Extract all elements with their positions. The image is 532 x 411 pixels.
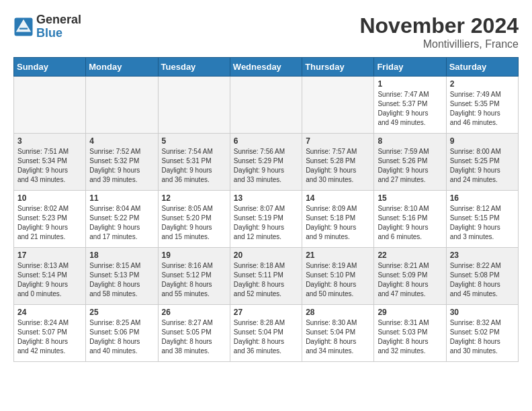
calendar-cell: 5Sunrise: 7:54 AM Sunset: 5:31 PM Daylig… [158, 134, 230, 191]
day-info: Sunrise: 8:10 AM Sunset: 5:16 PM Dayligh… [378, 204, 442, 242]
calendar-row: 1Sunrise: 7:47 AM Sunset: 5:37 PM Daylig… [14, 77, 519, 134]
day-info: Sunrise: 8:12 AM Sunset: 5:15 PM Dayligh… [450, 204, 515, 242]
day-number: 14 [306, 193, 370, 203]
calendar-cell: 28Sunrise: 8:30 AM Sunset: 5:04 PM Dayli… [302, 305, 374, 362]
day-info: Sunrise: 8:05 AM Sunset: 5:20 PM Dayligh… [162, 204, 226, 242]
day-number: 7 [306, 136, 370, 146]
day-number: 15 [378, 193, 442, 203]
day-number: 26 [162, 308, 226, 317]
weekday-header-saturday: Saturday [446, 58, 518, 77]
calendar-cell: 29Sunrise: 8:31 AM Sunset: 5:03 PM Dayli… [374, 305, 446, 362]
day-number: 18 [89, 250, 154, 260]
calendar-cell: 18Sunrise: 8:15 AM Sunset: 5:13 PM Dayli… [86, 248, 158, 305]
calendar-cell: 25Sunrise: 8:25 AM Sunset: 5:06 PM Dayli… [86, 305, 158, 362]
day-info: Sunrise: 8:13 AM Sunset: 5:14 PM Dayligh… [17, 261, 82, 299]
calendar-cell [302, 77, 374, 134]
day-number: 27 [234, 308, 298, 317]
day-number: 6 [234, 136, 298, 146]
weekday-header-sunday: Sunday [14, 58, 86, 77]
calendar-table: SundayMondayTuesdayWednesdayThursdayFrid… [13, 57, 519, 362]
weekday-header-wednesday: Wednesday [230, 58, 302, 77]
calendar-cell: 20Sunrise: 8:18 AM Sunset: 5:11 PM Dayli… [230, 248, 302, 305]
day-info: Sunrise: 8:32 AM Sunset: 5:02 PM Dayligh… [450, 318, 515, 356]
page-header: General Blue November 2024 Montivilliers… [13, 13, 519, 50]
day-number: 20 [234, 250, 298, 260]
day-info: Sunrise: 7:57 AM Sunset: 5:28 PM Dayligh… [306, 147, 370, 185]
calendar-cell: 6Sunrise: 7:56 AM Sunset: 5:29 PM Daylig… [230, 134, 302, 191]
day-info: Sunrise: 7:47 AM Sunset: 5:37 PM Dayligh… [378, 90, 442, 128]
day-number: 8 [378, 136, 442, 146]
day-number: 24 [17, 308, 82, 317]
calendar-row: 10Sunrise: 8:02 AM Sunset: 5:23 PM Dayli… [14, 191, 519, 248]
calendar-cell [230, 77, 302, 134]
calendar-cell: 9Sunrise: 8:00 AM Sunset: 5:25 PM Daylig… [446, 134, 518, 191]
day-info: Sunrise: 8:25 AM Sunset: 5:06 PM Dayligh… [89, 318, 154, 356]
day-info: Sunrise: 7:59 AM Sunset: 5:26 PM Dayligh… [378, 147, 442, 185]
day-info: Sunrise: 7:52 AM Sunset: 5:32 PM Dayligh… [89, 147, 154, 185]
day-number: 12 [162, 193, 226, 203]
calendar-cell: 14Sunrise: 8:09 AM Sunset: 5:18 PM Dayli… [302, 191, 374, 248]
calendar-cell [86, 77, 158, 134]
day-number: 16 [450, 193, 515, 203]
calendar-cell: 15Sunrise: 8:10 AM Sunset: 5:16 PM Dayli… [374, 191, 446, 248]
calendar-cell: 4Sunrise: 7:52 AM Sunset: 5:32 PM Daylig… [86, 134, 158, 191]
calendar-cell: 8Sunrise: 7:59 AM Sunset: 5:26 PM Daylig… [374, 134, 446, 191]
day-number: 2 [450, 79, 515, 89]
day-info: Sunrise: 8:04 AM Sunset: 5:22 PM Dayligh… [89, 204, 154, 242]
logo-icon [13, 17, 34, 37]
calendar-cell: 3Sunrise: 7:51 AM Sunset: 5:34 PM Daylig… [14, 134, 86, 191]
weekday-header-monday: Monday [86, 58, 158, 77]
calendar-cell: 26Sunrise: 8:27 AM Sunset: 5:05 PM Dayli… [158, 305, 230, 362]
day-info: Sunrise: 8:21 AM Sunset: 5:09 PM Dayligh… [378, 261, 442, 299]
day-number: 9 [450, 136, 515, 146]
day-info: Sunrise: 8:31 AM Sunset: 5:03 PM Dayligh… [378, 318, 442, 356]
day-number: 21 [306, 250, 370, 260]
calendar-cell: 22Sunrise: 8:21 AM Sunset: 5:09 PM Dayli… [374, 248, 446, 305]
calendar-cell: 11Sunrise: 8:04 AM Sunset: 5:22 PM Dayli… [86, 191, 158, 248]
day-info: Sunrise: 8:18 AM Sunset: 5:11 PM Dayligh… [234, 261, 298, 299]
day-info: Sunrise: 8:07 AM Sunset: 5:19 PM Dayligh… [234, 204, 298, 242]
calendar-row: 17Sunrise: 8:13 AM Sunset: 5:14 PM Dayli… [14, 248, 519, 305]
day-info: Sunrise: 7:56 AM Sunset: 5:29 PM Dayligh… [234, 147, 298, 185]
calendar-cell: 17Sunrise: 8:13 AM Sunset: 5:14 PM Dayli… [14, 248, 86, 305]
day-info: Sunrise: 8:09 AM Sunset: 5:18 PM Dayligh… [306, 204, 370, 242]
day-info: Sunrise: 8:00 AM Sunset: 5:25 PM Dayligh… [450, 147, 515, 185]
day-number: 28 [306, 308, 370, 317]
calendar-cell: 24Sunrise: 8:24 AM Sunset: 5:07 PM Dayli… [14, 305, 86, 362]
day-info: Sunrise: 8:28 AM Sunset: 5:04 PM Dayligh… [234, 318, 298, 356]
calendar-cell: 19Sunrise: 8:16 AM Sunset: 5:12 PM Dayli… [158, 248, 230, 305]
calendar-row: 24Sunrise: 8:24 AM Sunset: 5:07 PM Dayli… [14, 305, 519, 362]
logo: General Blue [13, 13, 81, 40]
calendar-cell: 21Sunrise: 8:19 AM Sunset: 5:10 PM Dayli… [302, 248, 374, 305]
day-info: Sunrise: 8:15 AM Sunset: 5:13 PM Dayligh… [89, 261, 154, 299]
day-number: 19 [162, 250, 226, 260]
calendar-body: 1Sunrise: 7:47 AM Sunset: 5:37 PM Daylig… [14, 77, 519, 362]
calendar-row: 3Sunrise: 7:51 AM Sunset: 5:34 PM Daylig… [14, 134, 519, 191]
day-number: 30 [450, 308, 515, 317]
day-number: 11 [89, 193, 154, 203]
calendar-cell: 2Sunrise: 7:49 AM Sunset: 5:35 PM Daylig… [446, 77, 518, 134]
day-number: 1 [378, 79, 442, 89]
day-number: 4 [89, 136, 154, 146]
weekday-header-friday: Friday [374, 58, 446, 77]
day-info: Sunrise: 7:49 AM Sunset: 5:35 PM Dayligh… [450, 90, 515, 128]
calendar-cell [158, 77, 230, 134]
svg-rect-2 [19, 28, 28, 29]
calendar-cell: 16Sunrise: 8:12 AM Sunset: 5:15 PM Dayli… [446, 191, 518, 248]
title-block: November 2024 Montivilliers, France [359, 13, 519, 50]
weekday-header-tuesday: Tuesday [158, 58, 230, 77]
day-number: 3 [17, 136, 82, 146]
day-info: Sunrise: 8:19 AM Sunset: 5:10 PM Dayligh… [306, 261, 370, 299]
calendar-cell: 23Sunrise: 8:22 AM Sunset: 5:08 PM Dayli… [446, 248, 518, 305]
day-number: 29 [378, 308, 442, 317]
logo-general-text: General [36, 13, 81, 27]
weekday-header-thursday: Thursday [302, 58, 374, 77]
day-number: 13 [234, 193, 298, 203]
month-title: November 2024 [359, 13, 519, 38]
day-number: 25 [89, 308, 154, 317]
day-info: Sunrise: 8:02 AM Sunset: 5:23 PM Dayligh… [17, 204, 82, 242]
day-number: 5 [162, 136, 226, 146]
location-text: Montivilliers, France [359, 38, 519, 50]
logo-blue-text: Blue [36, 27, 81, 40]
day-number: 10 [17, 193, 82, 203]
